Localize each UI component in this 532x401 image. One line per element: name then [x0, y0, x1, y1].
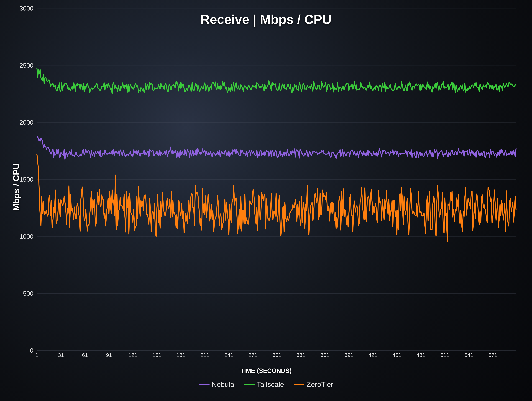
x-tick-label: 571 — [488, 352, 497, 358]
x-axis-label: TIME (SECONDS) — [0, 367, 532, 374]
x-tick-label: 31 — [58, 352, 64, 358]
x-tick-label: 361 — [320, 352, 329, 358]
legend-label: Tailscale — [257, 380, 284, 388]
x-tick-label: 511 — [440, 352, 449, 358]
series-line-zerotier — [37, 155, 516, 242]
x-tick-label: 391 — [345, 352, 353, 358]
legend-label: Nebula — [212, 380, 234, 388]
legend-swatch — [199, 384, 209, 385]
y-tick-label: 2000 — [19, 119, 33, 126]
legend-label: ZeroTier — [306, 380, 333, 388]
legend-item-tailscale: Tailscale — [244, 380, 284, 388]
legend-item-nebula: Nebula — [199, 380, 234, 388]
y-axis-label: Mbps / CPU — [11, 163, 21, 211]
x-tick-label: 541 — [464, 352, 473, 358]
x-tick-label: 1 — [36, 352, 38, 358]
series-line-tailscale — [37, 68, 516, 94]
x-tick-label: 61 — [82, 352, 88, 358]
series-line-nebula — [37, 136, 516, 159]
x-tick-label: 301 — [272, 352, 281, 358]
x-tick-label: 91 — [106, 352, 112, 358]
y-tick-label: 0 — [30, 347, 33, 354]
x-tick-label: 271 — [248, 352, 257, 358]
y-tick-label: 1500 — [19, 176, 33, 183]
x-tick-label: 481 — [417, 352, 425, 358]
x-tick-label: 421 — [368, 352, 377, 358]
x-tick-label: 121 — [129, 352, 137, 358]
legend-item-zerotier: ZeroTier — [294, 380, 333, 388]
chart-legend: NebulaTailscaleZeroTier — [0, 380, 532, 388]
y-tick-label: 1000 — [19, 233, 33, 240]
chart-plot-area: 0500100015002000250030001316191121151181… — [36, 8, 519, 358]
x-tick-label: 151 — [152, 352, 161, 358]
legend-swatch — [244, 384, 254, 385]
x-tick-label: 181 — [177, 352, 185, 358]
x-tick-label: 451 — [393, 352, 401, 358]
y-tick-label: 2500 — [19, 62, 33, 69]
legend-swatch — [294, 384, 304, 385]
x-tick-label: 211 — [201, 352, 209, 358]
y-tick-label: 3000 — [19, 5, 33, 12]
x-tick-label: 331 — [297, 352, 305, 358]
y-tick-label: 500 — [23, 290, 33, 297]
x-tick-label: 241 — [225, 352, 233, 358]
